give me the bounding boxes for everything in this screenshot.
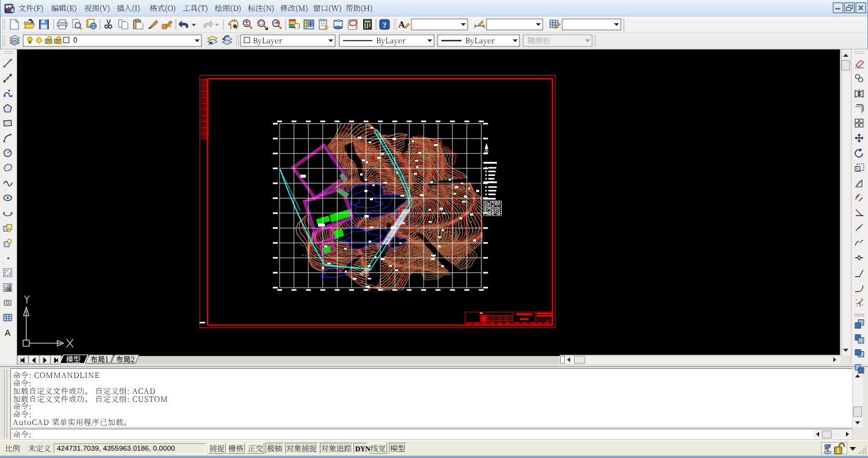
svg-text:0: 0 xyxy=(73,36,78,45)
svg-text:DYN: DYN xyxy=(355,445,371,453)
svg-text:424731.7039, 4355963.0186, 0.0: 424731.7039, 4355963.0186, 0.0000 xyxy=(57,444,175,453)
